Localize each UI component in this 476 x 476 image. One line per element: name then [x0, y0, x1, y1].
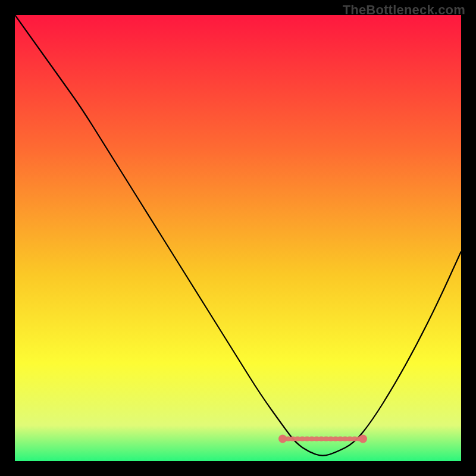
- gradient-background: [15, 15, 461, 461]
- chart-svg: [15, 15, 461, 461]
- marker-end: [359, 435, 367, 443]
- marker-start: [278, 435, 287, 443]
- chart-container: TheBottleneck.com: [0, 0, 476, 476]
- plot-area: [15, 15, 461, 461]
